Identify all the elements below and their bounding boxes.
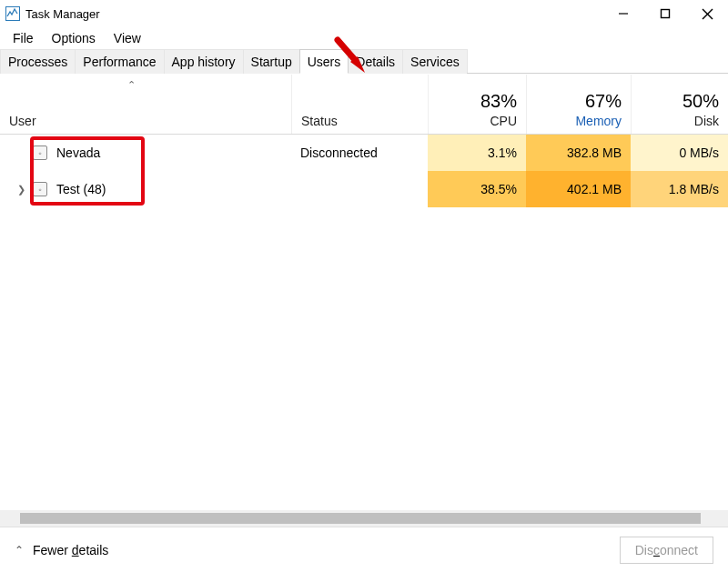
fewer-details-toggle[interactable]: ⌃ Fewer details	[15, 543, 108, 557]
tab-details[interactable]: Details	[348, 49, 403, 74]
column-header-disk[interactable]: 50% Disk	[631, 75, 728, 134]
tab-performance[interactable]: Performance	[75, 49, 164, 74]
column-header-cpu[interactable]: 83% CPU	[428, 75, 526, 134]
cpu-total-percent: 83%	[438, 91, 517, 112]
table-header: ⌃ User Status 83% CPU 67% Memory 50% Dis…	[0, 75, 728, 135]
menu-options[interactable]: Options	[43, 29, 105, 47]
minimize-button[interactable]	[602, 0, 644, 27]
disk-cell: 0 MB/s	[631, 135, 728, 171]
disconnect-button[interactable]: Disconnect	[620, 537, 713, 564]
maximize-button[interactable]	[644, 0, 686, 27]
close-button[interactable]	[686, 0, 728, 27]
menubar: File Options View	[0, 27, 728, 49]
tab-services[interactable]: Services	[402, 49, 468, 74]
app-icon	[5, 6, 20, 21]
column-header-memory[interactable]: 67% Memory	[526, 75, 631, 134]
task-manager-window: Task Manager File Options View Processes…	[0, 0, 728, 572]
tabs: Processes Performance App history Startu…	[0, 49, 728, 75]
menu-file[interactable]: File	[4, 29, 43, 47]
memory-total-percent: 67%	[536, 91, 622, 112]
disk-total-percent: 50%	[641, 91, 719, 112]
status-cell: Disconnected	[291, 135, 428, 171]
status-cell	[291, 171, 428, 207]
window-controls	[602, 0, 728, 27]
chevron-up-icon: ⌃	[15, 544, 24, 557]
fewer-details-label: Fewer details	[33, 543, 108, 557]
footer: ⌃ Fewer details Disconnect	[0, 527, 728, 572]
scrollbar-thumb[interactable]	[20, 513, 701, 524]
tab-processes[interactable]: Processes	[0, 49, 76, 74]
titlebar: Task Manager	[0, 0, 728, 27]
cpu-cell: 3.1%	[428, 135, 526, 171]
disk-cell: 1.8 MB/s	[631, 171, 728, 207]
column-header-status[interactable]: Status	[291, 75, 428, 134]
column-header-user[interactable]: User	[0, 75, 291, 134]
tab-startup[interactable]: Startup	[243, 49, 300, 74]
memory-cell: 382.8 MB	[526, 135, 631, 171]
tab-users[interactable]: Users	[299, 49, 349, 74]
svg-rect-2	[662, 10, 670, 18]
tab-app-history[interactable]: App history	[164, 49, 244, 74]
window-title: Task Manager	[25, 7, 100, 21]
sort-indicator-icon[interactable]: ⌃	[127, 80, 136, 90]
memory-cell: 402.1 MB	[526, 171, 631, 207]
table-body: ◦ Nevada Disconnected 3.1% 382.8 MB 0 MB…	[0, 135, 728, 510]
cpu-cell: 38.5%	[428, 171, 526, 207]
users-table: ⌃ User Status 83% CPU 67% Memory 50% Dis…	[0, 75, 728, 527]
menu-view[interactable]: View	[105, 29, 150, 47]
horizontal-scrollbar[interactable]	[0, 510, 728, 527]
annotation-highlight-box	[30, 136, 145, 206]
